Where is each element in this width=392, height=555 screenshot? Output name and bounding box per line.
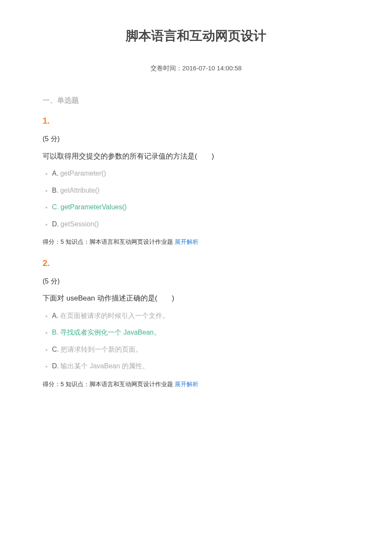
question-stem: 可以取得用交提交的参数的所有记录值的方法是( ) — [43, 150, 349, 162]
option-label: B. — [52, 329, 58, 336]
option-text: getAttribute() — [60, 187, 99, 194]
question-number: 2. — [43, 256, 349, 270]
submit-time: 交卷时间：2016-07-10 14:00:58 — [43, 63, 349, 73]
option-text: 寻找或者实例化一个 JavaBean。 — [60, 329, 161, 336]
option-label: A. — [52, 170, 58, 177]
score-value: 5 — [61, 238, 64, 245]
option-text: getParameter() — [60, 170, 106, 177]
option-item[interactable]: D.getSession() — [52, 219, 349, 230]
option-item[interactable]: B.getAttribute() — [52, 185, 349, 196]
options-list: A.getParameter()B.getAttribute()C.getPar… — [43, 168, 349, 229]
option-item[interactable]: B.寻找或者实例化一个 JavaBean。 — [52, 327, 349, 338]
question-points: (5 分) — [43, 133, 349, 145]
questions-container: 1.(5 分)可以取得用交提交的参数的所有记录值的方法是( )A.getPara… — [43, 114, 349, 389]
option-label: D. — [52, 362, 59, 370]
option-item[interactable]: D.输出某个 JavaBean 的属性。 — [52, 361, 349, 372]
option-text: getSession() — [61, 220, 99, 228]
option-label: A. — [52, 312, 58, 319]
option-item[interactable]: C.getParameterValues() — [52, 202, 349, 213]
option-label: D. — [52, 220, 59, 228]
question-points: (5 分) — [43, 276, 349, 287]
option-item[interactable]: C.把请求转到一个新的页面。 — [52, 344, 349, 355]
option-label: C. — [52, 346, 59, 353]
score-value: 5 — [61, 381, 64, 387]
option-item[interactable]: A.在页面被请求的时候引入一个文件。 — [52, 310, 349, 321]
question-stem: 下面对 useBean 动作描述正确的是( ) — [43, 292, 349, 304]
expand-link[interactable]: 展开解析 — [175, 238, 199, 245]
option-text: 输出某个 JavaBean 的属性。 — [61, 362, 149, 370]
option-text: getParameterValues() — [61, 203, 127, 211]
kp-prefix: 知识点： — [64, 238, 89, 245]
option-text: 把请求转到一个新的页面。 — [61, 346, 142, 353]
expand-link[interactable]: 展开解析 — [175, 381, 199, 387]
score-prefix: 得分： — [43, 381, 61, 387]
option-label: B. — [52, 187, 58, 194]
options-list: A.在页面被请求的时候引入一个文件。B.寻找或者实例化一个 JavaBean。C… — [43, 310, 349, 372]
kp-text: 脚本语言和互动网页设计作业题 — [89, 381, 173, 387]
kp-prefix: 知识点： — [64, 381, 89, 387]
kp-text: 脚本语言和互动网页设计作业题 — [89, 238, 173, 245]
option-text: 在页面被请求的时候引入一个文件。 — [60, 312, 169, 319]
score-line: 得分：5 知识点：脚本语言和互动网页设计作业题 展开解析 — [43, 237, 349, 246]
score-line: 得分：5 知识点：脚本语言和互动网页设计作业题 展开解析 — [43, 379, 349, 389]
score-prefix: 得分： — [43, 238, 61, 245]
page-title: 脚本语言和互动网页设计 — [43, 26, 349, 46]
question-number: 1. — [43, 114, 349, 127]
section-heading: 一、单选题 — [43, 95, 349, 106]
option-label: C. — [52, 203, 59, 211]
option-item[interactable]: A.getParameter() — [52, 168, 349, 179]
